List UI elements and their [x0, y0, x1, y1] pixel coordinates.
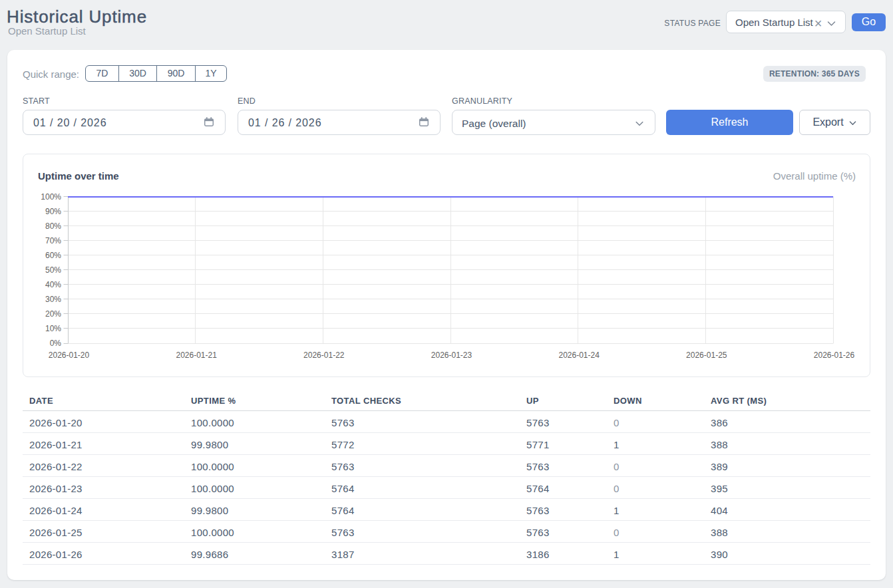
svg-text:2026-01-22: 2026-01-22 [303, 351, 345, 360]
svg-text:2026-01-20: 2026-01-20 [49, 351, 90, 360]
svg-text:2026-01-24: 2026-01-24 [559, 351, 600, 360]
svg-text:80%: 80% [45, 221, 61, 231]
svg-text:0%: 0% [50, 339, 62, 348]
svg-text:2026-01-23: 2026-01-23 [431, 351, 472, 360]
svg-text:20%: 20% [45, 309, 61, 319]
svg-text:50%: 50% [45, 265, 61, 275]
svg-text:2026-01-26: 2026-01-26 [814, 351, 855, 360]
svg-text:90%: 90% [45, 207, 61, 216]
svg-text:100%: 100% [41, 192, 61, 202]
svg-text:2026-01-21: 2026-01-21 [176, 351, 218, 360]
svg-text:30%: 30% [45, 295, 61, 304]
svg-text:10%: 10% [45, 324, 61, 333]
svg-text:60%: 60% [45, 251, 61, 260]
svg-text:2026-01-25: 2026-01-25 [686, 351, 727, 360]
svg-text:40%: 40% [45, 280, 61, 289]
svg-text:70%: 70% [45, 236, 61, 245]
